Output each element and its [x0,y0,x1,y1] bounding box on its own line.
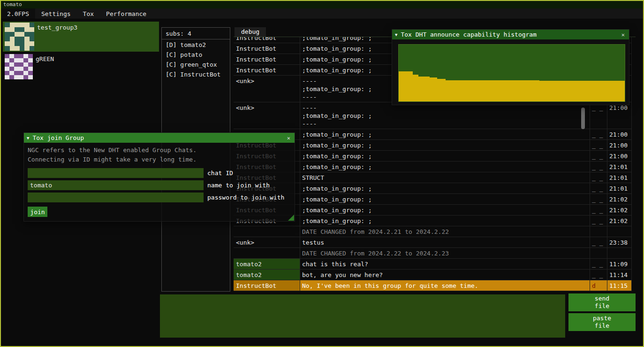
chat-row-message: chat is this real? [300,259,590,269]
chat-row-author: InstructBot [234,37,300,43]
chat-row-status: _ _ [590,259,607,269]
resize-grip[interactable] [288,215,294,221]
chat-row-time: 23:38 [607,237,632,247]
chat-row-time: 21:00 [607,102,632,129]
join-field-row: name to join with [28,180,291,190]
chat-row-message: STRUCT [300,172,590,183]
chat-row-author: InstructBot [234,65,300,75]
chat-row-author: tomato2 [234,259,300,269]
histogram-plot [398,44,625,102]
subs-header: subs: 4 [162,28,230,39]
chat-row-time: 11:15 [607,280,632,291]
chat-row-time: 21:00 [607,129,632,139]
chat-row-time: 11:14 [607,270,632,280]
chat-row-status: _ _ [590,129,607,139]
menu-item-2-0fps[interactable]: 2.0FPS [1,8,35,19]
join-button[interactable]: join [28,207,47,217]
join-input-password[interactable] [28,193,204,202]
chat-row-author [234,248,300,258]
chat-row[interactable]: tomato2bot, are you new here?_ _11:14 [234,270,632,280]
join-group-window: ▼ Tox join Group ✕ NGC refers to the New… [23,132,295,222]
chat-row-message: DATE CHANGED from 2024.2.21 to 2024.2.22 [300,226,590,237]
join-fields: chat IDname to join withpassword to join… [28,168,291,202]
chat-row-status: _ _ [590,162,607,172]
chat-row-message: ;tomato_in_group: ; [300,151,590,161]
paste-file-button[interactable]: paste file [568,313,636,331]
chat-row[interactable]: InstructBotNo, I've been in this group f… [234,280,632,291]
close-icon[interactable]: ✕ [286,135,292,141]
join-field-label: name to join with [207,182,270,189]
chat-row-message: ;tomato_in_group: ; [300,205,590,215]
chat-row-time: 21:02 [607,194,632,204]
join-field-label: chat ID [207,170,233,177]
menu-bar: 2.0FPSSettingsToxPerformance [1,8,643,19]
chat-row-status: _ _ [590,194,607,204]
subs-list-item[interactable]: [C] green_qtox [162,59,230,69]
chat-row-message: DATE CHANGED from 2024.2.22 to 2024.2.23 [300,248,590,258]
chat-row-message: bot, are you new here? [300,270,590,280]
subs-list-item[interactable]: [C] InstructBot [162,69,230,79]
chat-row-time: 21:00 [607,151,632,161]
chat-row-time: 21:00 [607,140,632,150]
histogram-bar [446,80,539,101]
chat-row-status: _ _ [590,102,607,129]
dht-histogram-window: ▼ Tox DHT announce capability histogram … [392,29,629,105]
chat-row-message: ;tomato_in_group: ; [300,129,590,139]
chat-row-message: ----;tomato_in_group: ;---- [300,102,590,129]
chat-row[interactable]: <unk>----;tomato_in_group: ;----_ _21:00 [234,102,632,129]
group-avatar [5,54,33,79]
chat-row[interactable]: DATE CHANGED from 2024.2.22 to 2024.2.23 [234,248,632,259]
chat-row-message: ;tomato_in_group: ; [300,140,590,150]
histogram-window-title: Tox DHT announce capability histogram [401,31,616,38]
join-field-row: chat ID [28,168,291,178]
join-input-chat-id[interactable] [28,168,204,178]
join-input-name[interactable] [28,180,204,190]
close-icon[interactable]: ✕ [620,31,626,38]
subs-list-item[interactable]: [D] tomato2 [162,39,230,49]
message-input[interactable] [160,294,565,338]
histogram-window-titlebar[interactable]: ▼ Tox DHT announce capability histogram … [392,30,629,39]
tab-debug[interactable]: debug [235,27,266,37]
chat-row-author [234,226,300,237]
app-window: tomato 2.0FPSSettingsToxPerformance test… [0,0,644,347]
chat-scrollbar[interactable] [581,108,585,129]
chat-row-status [590,248,607,258]
chat-row[interactable]: DATE CHANGED from 2024.2.21 to 2024.2.22 [234,226,632,237]
join-hint-line-1: NGC refers to the New DHT enabled Group … [28,146,291,155]
histogram-bar [430,77,437,101]
chat-row-time: 21:01 [607,172,632,183]
chat-row-author: <unk> [234,76,300,102]
chat-row[interactable]: <unk>testus_ _23:38 [234,237,632,248]
menu-item-performance[interactable]: Performance [100,8,152,19]
group-name: gREEN [33,53,54,81]
group-item-gREEN[interactable]: gREEN [3,53,159,81]
collapse-arrow-icon[interactable]: ▼ [395,32,397,37]
chat-row-status: _ _ [590,151,607,161]
chat-row-author: tomato2 [234,270,300,280]
subs-list: [D] tomato2[C] potato[C] green_qtox[C] I… [162,39,230,79]
group-item-test_group3[interactable]: test_group3 [3,22,159,52]
menu-item-tox[interactable]: Tox [77,8,100,19]
chat-row-status: _ _ [590,216,607,226]
chat-row-status: d [590,280,607,291]
chat-row-time: 21:02 [607,216,632,226]
join-window-title: Tox join Group [32,134,282,141]
join-window-body: NGC refers to the New DHT enabled Group … [24,143,295,221]
subs-list-item[interactable]: [C] potato [162,49,230,59]
join-hint-line-2: Connecting via ID might take a very long… [28,155,291,164]
chat-row-message: ;tomato_in_group: ; [300,183,590,193]
chat-row[interactable]: tomato2chat is this real?_ _11:09 [234,259,632,270]
collapse-arrow-icon[interactable]: ▼ [27,136,29,140]
chat-row-status: _ _ [590,172,607,183]
chat-row-status: _ _ [590,183,607,193]
chat-row-time: 21:02 [607,205,632,215]
window-titlebar[interactable]: tomato [1,1,643,8]
send-file-button[interactable]: send file [568,293,636,311]
chat-row-status: _ _ [590,140,607,150]
chat-row-time [607,226,632,237]
chat-row-author: InstructBot [234,280,300,291]
menu-item-settings[interactable]: Settings [35,8,77,19]
chat-row-author: <unk> [234,102,300,129]
join-window-titlebar[interactable]: ▼ Tox join Group ✕ [24,133,295,143]
group-name: test_group3 [34,22,77,52]
